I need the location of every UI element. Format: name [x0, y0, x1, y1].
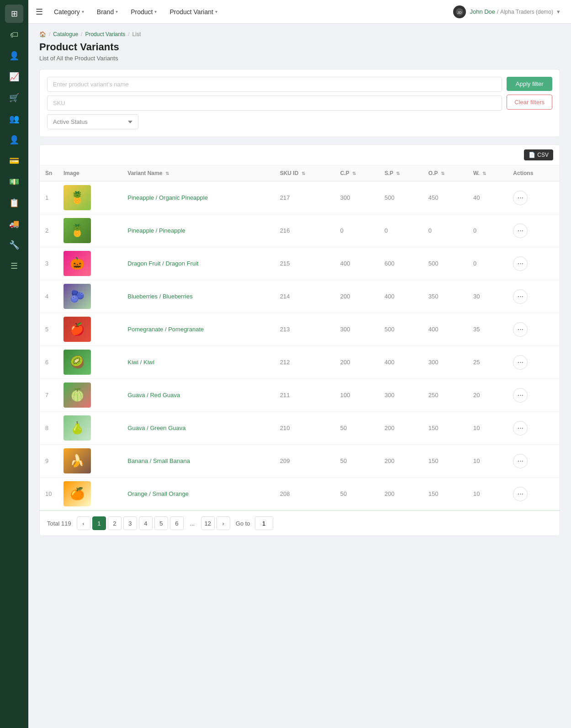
row-action-button[interactable]: ···: [513, 388, 528, 403]
filter-panel: Active Status Active Inactive Apply filt…: [39, 69, 560, 137]
sidebar-icon-team[interactable]: 👥: [5, 110, 23, 128]
cell-variant-name[interactable]: Pineapple / Organic Pineapple: [122, 181, 274, 214]
cell-image: 🍐: [58, 412, 122, 445]
hamburger-icon[interactable]: ☰: [36, 7, 43, 17]
cell-variant-name[interactable]: Dragon Fruit / Dragon Fruit: [122, 247, 274, 280]
next-page-button[interactable]: ›: [217, 516, 230, 530]
csv-export-button[interactable]: 📄 CSV: [524, 149, 553, 160]
sidebar-icon-orders[interactable]: 🛒: [5, 89, 23, 107]
col-sp[interactable]: S.P ⇅: [379, 165, 423, 181]
cell-sn: 4: [40, 280, 58, 313]
breadcrumb-list: List: [132, 31, 141, 37]
cell-variant-name[interactable]: Banana / Small Banana: [122, 445, 274, 478]
goto-input[interactable]: 1: [255, 516, 273, 530]
cell-cp: 200: [335, 280, 379, 313]
row-action-button[interactable]: ···: [513, 487, 528, 501]
sidebar-icon-analytics[interactable]: 📈: [5, 68, 23, 86]
col-cp[interactable]: C.P ⇅: [335, 165, 379, 181]
page-1-button[interactable]: 1: [92, 516, 106, 530]
product-nav[interactable]: Product ▾: [125, 5, 162, 18]
page-2-button[interactable]: 2: [108, 516, 122, 530]
sidebar-icon-cards[interactable]: 💳: [5, 152, 23, 170]
cell-sku: 208: [275, 478, 335, 510]
cell-variant-name[interactable]: Pomegranate / Pomegranate: [122, 313, 274, 346]
cell-cp: 100: [335, 379, 379, 412]
col-w[interactable]: W. ⇅: [468, 165, 508, 181]
page-3-button[interactable]: 3: [123, 516, 137, 530]
cell-variant-name[interactable]: Blueberries / Blueberries: [122, 280, 274, 313]
table-row: 2 🍍 Pineapple / Pineapple 216 0 0 0 0 ··…: [40, 214, 560, 247]
row-action-button[interactable]: ···: [513, 355, 528, 370]
page-5-button[interactable]: 5: [154, 516, 168, 530]
cell-cp: 200: [335, 346, 379, 379]
col-sku-id[interactable]: SKU ID ⇅: [275, 165, 335, 181]
cell-sp: 400: [379, 280, 423, 313]
cell-variant-name[interactable]: Orange / Small Orange: [122, 478, 274, 510]
breadcrumb-catalogue[interactable]: Catalogue: [53, 31, 78, 37]
sidebar-icon-list[interactable]: ☰: [5, 257, 23, 275]
cell-w: 10: [468, 412, 508, 445]
sort-sp-icon: ⇅: [396, 171, 400, 176]
product-variant-nav[interactable]: Product Variant ▾: [164, 5, 222, 18]
col-op[interactable]: O.P ⇅: [423, 165, 468, 181]
cell-sku: 212: [275, 346, 335, 379]
sidebar-icon-delivery[interactable]: 🚚: [5, 215, 23, 233]
cell-w: 0: [468, 247, 508, 280]
category-nav-label: Category: [54, 8, 80, 16]
col-actions: Actions: [508, 165, 560, 181]
page-6-button[interactable]: 6: [170, 516, 184, 530]
cell-op: 450: [423, 181, 468, 214]
table-row: 10 🍊 Orange / Small Orange 208 50 200 15…: [40, 478, 560, 510]
goto-label: Go to: [236, 520, 250, 527]
cell-variant-name[interactable]: Guava / Red Guava: [122, 379, 274, 412]
sidebar-icon-affiliate[interactable]: 👤: [5, 131, 23, 149]
cell-sn: 8: [40, 412, 58, 445]
table-row: 9 🍌 Banana / Small Banana 209 50 200 150…: [40, 445, 560, 478]
sidebar-icon-products[interactable]: 🏷: [5, 26, 23, 44]
row-action-button[interactable]: ···: [513, 322, 528, 337]
cell-sp: 300: [379, 379, 423, 412]
row-action-button[interactable]: ···: [513, 454, 528, 468]
sidebar-icon-tools[interactable]: 🔧: [5, 236, 23, 254]
apply-filter-button[interactable]: Apply filter: [507, 77, 552, 91]
col-image: Image: [58, 165, 122, 181]
sidebar-icon-users[interactable]: 👤: [5, 47, 23, 65]
cell-cp: 300: [335, 313, 379, 346]
sku-filter-input[interactable]: [47, 96, 502, 111]
cell-actions: ···: [508, 478, 560, 510]
cell-actions: ···: [508, 412, 560, 445]
row-action-button[interactable]: ···: [513, 289, 528, 304]
breadcrumb-home-icon[interactable]: 🏠: [39, 31, 46, 37]
cell-w: 35: [468, 313, 508, 346]
page-12-button[interactable]: 12: [201, 516, 215, 530]
prev-page-button[interactable]: ‹: [77, 516, 90, 530]
sidebar-icon-reports[interactable]: 📋: [5, 194, 23, 212]
sidebar: ⊞ 🏷 👤 📈 🛒 👥 👤 💳 💵 📋 🚚 🔧 ☰: [0, 0, 28, 728]
cell-variant-name[interactable]: Kiwi / Kiwi: [122, 346, 274, 379]
cell-sn: 9: [40, 445, 58, 478]
category-nav[interactable]: Category ▾: [48, 5, 90, 18]
clear-filter-button[interactable]: Clear filters: [507, 95, 552, 110]
cell-variant-name[interactable]: Guava / Green Guava: [122, 412, 274, 445]
row-action-button[interactable]: ···: [513, 256, 528, 271]
name-filter-input[interactable]: [47, 77, 502, 92]
row-action-button[interactable]: ···: [513, 191, 528, 205]
brand-nav[interactable]: Brand ▾: [91, 5, 123, 18]
table-toolbar: 📄 CSV: [40, 145, 560, 165]
sidebar-icon-dashboard[interactable]: ⊞: [5, 5, 23, 23]
cell-cp: 50: [335, 478, 379, 510]
user-section[interactable]: JD John Doe / Alpha Traders (demo) ▾: [449, 4, 564, 20]
category-chevron-icon: ▾: [82, 9, 84, 14]
brand-nav-label: Brand: [97, 8, 114, 16]
cell-variant-name[interactable]: Pineapple / Pineapple: [122, 214, 274, 247]
page-4-button[interactable]: 4: [139, 516, 153, 530]
row-action-button[interactable]: ···: [513, 421, 528, 436]
cell-sku: 211: [275, 379, 335, 412]
status-filter-select[interactable]: Active Status Active Inactive: [47, 114, 138, 129]
cell-w: 40: [468, 181, 508, 214]
breadcrumb-product-variants[interactable]: Product Variants: [85, 31, 125, 37]
cell-sn: 7: [40, 379, 58, 412]
sidebar-icon-money[interactable]: 💵: [5, 173, 23, 191]
col-variant-name[interactable]: Variant Name ⇅: [122, 165, 274, 181]
row-action-button[interactable]: ···: [513, 223, 528, 238]
